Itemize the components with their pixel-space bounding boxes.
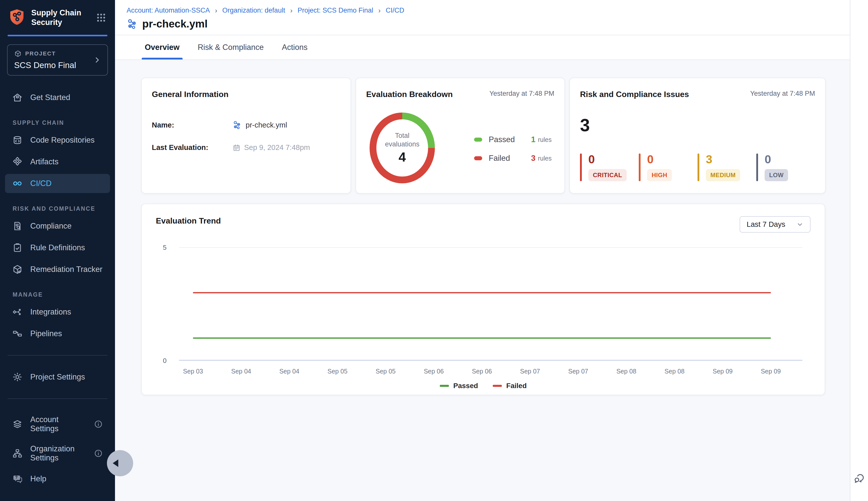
sidebar-item-integrations[interactable]: Integrations xyxy=(5,302,110,322)
breadcrumb: Account: Automation-SSCA › Organization:… xyxy=(127,7,850,14)
user-menu[interactable]: TK Teja Kummarikuntla xyxy=(5,496,110,501)
page-title: pr-check.yml xyxy=(142,18,208,30)
collapse-left-arrow-icon xyxy=(113,459,118,467)
sidebar-item-label: Remediation Tracker xyxy=(30,265,102,274)
x-tick-label: Sep 05 xyxy=(362,368,410,375)
sidebar-item-code-repositories[interactable]: Code Repositories xyxy=(5,130,110,150)
pipeline-file-icon xyxy=(232,120,242,130)
breadcrumb-organization[interactable]: Organization: default xyxy=(222,7,285,14)
sidebar-item-label: Artifacts xyxy=(30,157,59,166)
name-value: pr-check.yml xyxy=(245,121,287,129)
time-range-value: Last 7 Days xyxy=(747,220,785,228)
breadcrumb-account[interactable]: Account: Automation-SSCA xyxy=(127,7,210,14)
sidebar-item-compliance[interactable]: Compliance xyxy=(5,216,110,236)
brand-title: Supply Chain Security xyxy=(31,8,90,27)
cube-icon xyxy=(14,50,22,57)
project-selector[interactable]: PROJECT SCS Demo Final xyxy=(7,44,108,76)
compliance-doc-icon xyxy=(12,221,23,231)
calendar-icon xyxy=(232,143,241,152)
breadcrumb-project[interactable]: Project: SCS Demo Final xyxy=(297,7,373,14)
sidebar-item-help[interactable]: ? Help xyxy=(5,469,110,488)
content: General Information Name: pr-check. xyxy=(115,60,850,395)
sidebar-item-remediation-tracker[interactable]: Remediation Tracker xyxy=(5,260,110,279)
sidebar: Supply Chain Security PROJECT SCS Demo F… xyxy=(0,0,115,501)
severity-count: 0 xyxy=(588,153,627,165)
sidebar-item-artifacts[interactable]: Artifacts xyxy=(5,152,110,171)
x-tick-label: Sep 07 xyxy=(554,368,602,375)
general-information-card: General Information Name: pr-check. xyxy=(141,78,351,193)
failed-dot-icon xyxy=(474,156,482,160)
card-timestamp: Yesterday at 7:48 PM xyxy=(750,90,815,97)
sidebar-item-pipelines[interactable]: Pipelines xyxy=(5,324,110,343)
severity-badge: CRITICAL xyxy=(588,169,627,181)
severity-bar xyxy=(580,153,582,181)
main-area: Account: Automation-SSCA › Organization:… xyxy=(115,0,850,501)
help-chat-icon: ? xyxy=(12,473,23,484)
donut-center-label: Total evaluations xyxy=(381,131,423,148)
tab-overview[interactable]: Overview xyxy=(145,35,179,60)
tab-risk-compliance[interactable]: Risk & Compliance xyxy=(198,35,264,60)
last-evaluation-label: Last Evaluation: xyxy=(152,143,232,152)
sidebar-nav: Get Started SUPPLY CHAIN Code Repositori… xyxy=(0,76,115,501)
donut-center-value: 4 xyxy=(399,149,406,164)
severity-count: 0 xyxy=(765,153,788,165)
x-tick-label: Sep 09 xyxy=(747,368,795,375)
sidebar-item-organization-settings[interactable]: Organization Settings xyxy=(5,440,110,467)
evaluation-breakdown-card: Evaluation Breakdown Yesterday at 7:48 P… xyxy=(356,78,565,193)
severity-critical: 0 CRITICAL xyxy=(580,153,639,181)
sidebar-item-cicd[interactable]: CI/CD xyxy=(5,174,110,193)
evaluation-trend-card: Evaluation Trend Last 7 Days 5 0 xyxy=(141,204,825,395)
sidebar-item-get-started[interactable]: Get Started xyxy=(5,88,110,107)
right-rail xyxy=(850,0,868,501)
evaluation-legend: Passed 1 rules Failed 3 rules xyxy=(474,135,552,163)
sidebar-item-label: Help xyxy=(30,474,46,483)
legend-failed-row: Failed 3 rules xyxy=(474,154,552,163)
breadcrumb-cicd[interactable]: CI/CD xyxy=(386,7,404,14)
artifacts-icon xyxy=(12,157,23,167)
name-label: Name: xyxy=(152,121,232,129)
sidebar-item-label: Rule Definitions xyxy=(30,243,85,252)
sidebar-item-label: Pipelines xyxy=(30,329,62,338)
sidebar-item-rule-definitions[interactable]: Rule Definitions xyxy=(5,238,110,257)
gear-icon xyxy=(12,372,23,382)
card-timestamp: Yesterday at 7:48 PM xyxy=(490,90,554,97)
time-range-select[interactable]: Last 7 Days xyxy=(740,216,811,233)
sidebar-collapse-handle[interactable] xyxy=(107,450,133,476)
supply-chain-security-logo-icon xyxy=(9,9,25,27)
section-label-supply-chain: SUPPLY CHAIN xyxy=(13,119,115,126)
severity-bar xyxy=(639,153,640,181)
pipelines-icon xyxy=(12,328,23,339)
sidebar-item-label: Compliance xyxy=(30,222,72,231)
integrations-share-icon xyxy=(12,307,23,317)
x-tick-label: Sep 05 xyxy=(313,368,362,375)
tab-actions[interactable]: Actions xyxy=(282,35,308,60)
sidebar-item-label: Organization Settings xyxy=(30,444,86,462)
x-tick-label: Sep 07 xyxy=(506,368,554,375)
sidebar-item-account-settings[interactable]: Account Settings xyxy=(5,411,110,437)
sidebar-item-project-settings[interactable]: Project Settings xyxy=(5,367,110,386)
passed-dot-icon xyxy=(474,138,482,142)
sidebar-item-label: Integrations xyxy=(30,308,71,317)
failed-line-icon xyxy=(493,385,502,387)
legend-count: 3 xyxy=(531,154,535,163)
sidebar-item-label: CI/CD xyxy=(30,179,51,188)
section-label-manage: MANAGE xyxy=(13,291,115,298)
severity-badge: LOW xyxy=(765,169,788,181)
x-tick-label: Sep 03 xyxy=(169,368,217,375)
last-evaluation-value: Sep 9, 2024 7:48pm xyxy=(244,143,310,152)
legend-passed: Passed xyxy=(440,382,478,390)
y-axis-min-label: 0 xyxy=(163,357,166,365)
code-repo-icon xyxy=(12,135,23,146)
passed-line-icon xyxy=(440,385,449,387)
app-window: Supply Chain Security PROJECT SCS Demo F… xyxy=(0,0,868,501)
support-chat-icon[interactable] xyxy=(853,472,865,484)
info-icon[interactable] xyxy=(94,419,103,429)
sidebar-item-label: Project Settings xyxy=(30,372,85,382)
breadcrumb-separator: › xyxy=(215,7,217,14)
legend-label: Failed xyxy=(489,154,531,163)
card-title: Evaluation Trend xyxy=(156,216,221,225)
info-icon[interactable] xyxy=(94,449,103,458)
infinity-cicd-icon xyxy=(12,178,23,189)
apps-grid-icon[interactable] xyxy=(96,12,106,23)
severity-badge: HIGH xyxy=(647,169,672,181)
